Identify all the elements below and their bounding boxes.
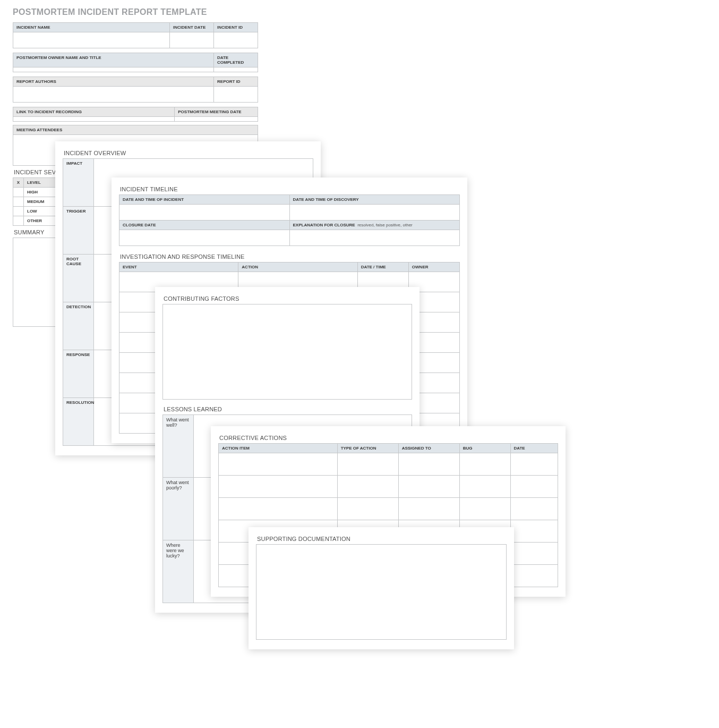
- cell-date-completed[interactable]: [214, 67, 258, 72]
- hdr-incident-date: INCIDENT DATE: [170, 23, 214, 32]
- cell-meeting-date[interactable]: [175, 117, 258, 122]
- resp-title: INVESTIGATION AND RESPONSE TIMELINE: [120, 253, 460, 260]
- hdr-action: ACTION: [238, 263, 357, 272]
- hdr-attendees: MEETING ATTENDEES: [13, 125, 258, 135]
- hdr-dt: DATE / TIME: [357, 263, 408, 272]
- authors-table: REPORT AUTHORS REPORT ID: [13, 77, 258, 103]
- sev-high-x[interactable]: [13, 188, 24, 197]
- cell-recording[interactable]: [13, 117, 175, 122]
- lbl-impact: IMPACT: [63, 159, 94, 207]
- table-row[interactable]: [337, 498, 398, 520]
- cell-dt-incident[interactable]: [119, 205, 290, 221]
- hdr-closure-exp: EXPLANATION FOR CLOSURE resolved, false …: [289, 221, 460, 230]
- table-row[interactable]: [219, 498, 338, 520]
- hdr-dt-incident: DATE AND TIME OF INCIDENT: [119, 195, 290, 205]
- q-poor: What went poorly?: [163, 478, 194, 540]
- hdr-assigned: ASSIGNED TO: [398, 444, 459, 453]
- table-row[interactable]: [398, 453, 459, 476]
- hdr-meeting-date: POSTMORTEM MEETING DATE: [175, 107, 258, 117]
- table-row[interactable]: [510, 453, 558, 476]
- table-row[interactable]: [459, 476, 510, 498]
- page-6: SUPPORTING DOCUMENTATION: [249, 527, 514, 649]
- hdr-owner: OWNER: [408, 263, 459, 272]
- table-row[interactable]: [337, 476, 398, 498]
- corrective-title: CORRECTIVE ACTIONS: [219, 435, 558, 441]
- hdr-recording: LINK TO INCIDENT RECORDING: [13, 107, 175, 117]
- table-row[interactable]: [398, 498, 459, 520]
- sev-high: HIGH: [24, 188, 56, 197]
- sev-other-x[interactable]: [13, 216, 24, 226]
- contrib-title: CONTRIBUTING FACTORS: [164, 295, 412, 302]
- main-title: POSTMORTEM INCIDENT REPORT TEMPLATE: [13, 7, 258, 17]
- cell-owner[interactable]: [13, 67, 214, 72]
- hdr-closure-date: CLOSURE DATE: [119, 221, 290, 230]
- cell-incident-id[interactable]: [214, 32, 258, 48]
- sev-low-x[interactable]: [13, 207, 24, 216]
- hdr-event: EVENT: [119, 263, 238, 272]
- supdoc-box[interactable]: [256, 544, 507, 640]
- timeline-table: DATE AND TIME OF INCIDENT DATE AND TIME …: [119, 194, 460, 246]
- hdr-date-completed: DATE COMPLETED: [214, 53, 258, 67]
- table-row[interactable]: [510, 520, 558, 543]
- lbl-trigger: TRIGGER: [63, 207, 94, 255]
- table-row[interactable]: [459, 498, 510, 520]
- cell-closure-date[interactable]: [119, 230, 290, 246]
- table-row[interactable]: [510, 476, 558, 498]
- sev-level: LEVEL: [24, 178, 56, 188]
- table-row[interactable]: [510, 498, 558, 520]
- owner-table: POSTMORTEM OWNER NAME AND TITLE DATE COM…: [13, 53, 258, 72]
- cell-incident-date[interactable]: [170, 32, 214, 48]
- closure-hint: resolved, false positive, other: [357, 223, 413, 227]
- hdr-action-item: ACTION ITEM: [219, 444, 338, 453]
- hdr-date: DATE: [510, 444, 558, 453]
- table-row[interactable]: [510, 543, 558, 565]
- hdr-owner: POSTMORTEM OWNER NAME AND TITLE: [13, 53, 214, 67]
- lessons-title: LESSONS LEARNED: [164, 406, 412, 412]
- sev-x: X: [13, 178, 24, 188]
- sev-other: OTHER: [24, 216, 56, 226]
- lbl-detection: DETECTION: [63, 302, 94, 350]
- table-row[interactable]: [337, 453, 398, 476]
- table-row[interactable]: [398, 476, 459, 498]
- table-row[interactable]: [219, 453, 338, 476]
- timeline-title: INCIDENT TIMELINE: [120, 186, 460, 192]
- cell-report-id[interactable]: [214, 87, 258, 103]
- overview-title: INCIDENT OVERVIEW: [64, 150, 313, 156]
- hdr-incident-name: INCIDENT NAME: [13, 23, 170, 32]
- cell-closure-exp[interactable]: [289, 230, 460, 246]
- sev-low: LOW: [24, 207, 56, 216]
- contrib-box[interactable]: [162, 304, 412, 400]
- sev-med: MEDIUM: [24, 197, 56, 207]
- incident-header-table: INCIDENT NAME INCIDENT DATE INCIDENT ID: [13, 22, 258, 48]
- hdr-report-id: REPORT ID: [214, 77, 258, 87]
- closure-exp-label: EXPLANATION FOR CLOSURE: [293, 223, 355, 227]
- hdr-authors: REPORT AUTHORS: [13, 77, 214, 87]
- cell-dt-discovery[interactable]: [289, 205, 460, 221]
- q-lucky: Where were we lucky?: [163, 540, 194, 603]
- table-row[interactable]: [510, 565, 558, 587]
- lbl-resolution: RESOLUTION: [63, 398, 94, 446]
- supdoc-title: SUPPORTING DOCUMENTATION: [257, 536, 507, 542]
- table-row[interactable]: [459, 453, 510, 476]
- hdr-bug: BUG: [459, 444, 510, 453]
- cell-authors[interactable]: [13, 87, 214, 103]
- hdr-type: TYPE OF ACTION: [337, 444, 398, 453]
- lbl-root: ROOT CAUSE: [63, 255, 94, 302]
- cell-incident-name[interactable]: [13, 32, 170, 48]
- hdr-dt-discovery: DATE AND TIME OF DISCOVERY: [289, 195, 460, 205]
- sev-med-x[interactable]: [13, 197, 24, 207]
- q-well: What went well?: [163, 415, 194, 478]
- lbl-response: RESPONSE: [63, 350, 94, 398]
- table-row[interactable]: [219, 476, 338, 498]
- hdr-incident-id: INCIDENT ID: [214, 23, 258, 32]
- recording-table: LINK TO INCIDENT RECORDING POSTMORTEM ME…: [13, 107, 258, 122]
